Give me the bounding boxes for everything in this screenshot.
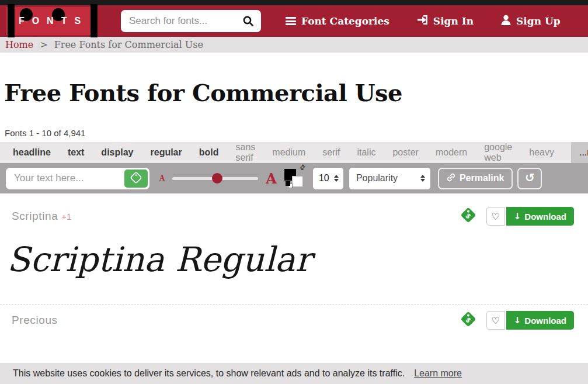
filter-tag-bold[interactable]: bold [199,147,219,158]
filter-tag-serif[interactable]: serif [322,147,340,158]
download-arrow-icon: ↓ [514,211,521,222]
search-bar [121,10,261,32]
breadcrumb-current: Free Fonts for Commercial Use [54,39,203,50]
font-list-item: Scriptina +1 $ ♡ [0,207,588,305]
learn-more-link[interactable]: Learn more [414,368,462,379]
download-button[interactable]: ↓ Download [506,311,574,330]
filter-tag-text[interactable]: text [68,147,84,158]
download-button[interactable]: ↓ Download [506,207,574,226]
results-count: Fonts 1 - 10 of 4,941 [5,128,588,138]
site-header: FONTS Font Categories Sign In [0,5,588,37]
filter-tag-poster[interactable]: poster [392,147,418,158]
favorite-button[interactable]: ♡ [486,311,505,330]
search-icon[interactable] [242,15,254,27]
font-item-header: Scriptina +1 $ ♡ [5,207,574,226]
sign-in-icon [417,15,428,27]
cookie-notice-bar: This website uses cookies to deliver its… [0,363,588,384]
fonts-per-page-value: 10 [319,173,329,184]
preview-text-group [6,168,149,189]
heart-icon: ♡ [492,211,500,222]
favorite-button[interactable]: ♡ [486,207,505,226]
filter-tag-sans-serif[interactable]: sans serif [236,142,256,163]
site-logo[interactable]: FONTS [6,7,93,35]
permalink-label: Permalink [460,173,504,184]
breadcrumb: Home > Free Fonts for Commercial Use [0,37,588,53]
breadcrumb-separator: > [40,39,47,50]
favorite-download-group: ♡ ↓ Download [486,207,574,226]
color-picker[interactable]: ⇄ [284,167,304,190]
tag-icon [130,171,142,186]
font-size-slider[interactable] [172,173,258,184]
filter-tag-regular[interactable]: regular [151,147,182,158]
font-item-header: Precious $ ♡ ↓ [5,311,574,330]
swap-colors-icon[interactable]: ⇄ [297,162,307,172]
menu-icon [286,16,296,27]
filter-tag-heavy[interactable]: heavy [529,147,554,158]
download-label: Download [524,212,566,222]
permalink-button[interactable]: Permalink [438,168,513,189]
header-nav: Font Categories Sign In Sign Up [286,15,561,27]
download-label: Download [524,316,566,326]
favorite-download-group: ♡ ↓ Download [486,311,574,330]
filter-tag-google-web[interactable]: google web [484,142,512,163]
slider-thumb[interactable] [212,173,222,184]
nav-sign-up-label: Sign Up [516,15,561,27]
sort-selected-value: Popularity [356,173,398,184]
nav-sign-in-label: Sign In [433,15,474,27]
preview-text-input[interactable] [8,172,124,184]
font-size-min-label: A [159,174,165,182]
nav-font-categories-label: Font Categories [301,15,389,27]
chevron-up-down-icon[interactable] [334,175,339,182]
font-name-link[interactable]: Precious [12,314,58,327]
top-strip [0,0,588,5]
heart-icon: ♡ [492,315,500,326]
reset-icon: ↺ [525,171,535,185]
main-content: Free Fonts for Commercial Use Fonts 1 - … [0,79,588,330]
font-name-link[interactable]: Scriptina [12,210,58,223]
default-colors-black[interactable] [286,181,290,186]
filter-tag-italic[interactable]: italic [357,147,375,158]
more-tags-button[interactable]: ...more [571,142,588,163]
filter-tag-modern[interactable]: modern [436,147,467,158]
filter-tag-bar: headline text display regular bold sans … [0,142,588,163]
breadcrumb-home-link[interactable]: Home [5,39,33,50]
download-arrow-icon: ↓ [514,315,521,326]
font-preview-text: Scriptina Regular [0,226,588,305]
apply-tag-button[interactable] [124,169,148,188]
reset-button[interactable]: ↺ [517,168,542,189]
filter-tag-medium[interactable]: medium [272,147,305,158]
filter-tag-headline[interactable]: headline [13,147,51,158]
font-size-max-label: A [266,170,277,187]
filter-tag-display[interactable]: display [101,147,133,158]
link-icon [447,173,455,184]
font-item-actions: $ ♡ ↓ Download [460,207,574,226]
preview-toolbar: A A ⇄ 10 Popularity [0,163,588,193]
cookie-message: This website uses cookies to deliver its… [13,368,405,379]
chevron-up-down-icon[interactable] [420,175,425,182]
user-icon [501,15,511,27]
fonts-per-page-stepper[interactable]: 10 [313,168,343,189]
font-list-item: Precious $ ♡ ↓ [0,311,588,330]
sort-select[interactable]: Popularity [349,168,430,189]
commercial-use-tag-icon[interactable]: $ [460,311,476,330]
nav-font-categories[interactable]: Font Categories [286,15,389,27]
font-item-actions: $ ♡ ↓ Download [460,311,574,330]
extra-styles-badge: +1 [61,212,71,222]
background-color-swatch[interactable] [292,176,303,187]
page-title: Free Fonts for Commercial Use [4,79,588,106]
nav-sign-in[interactable]: Sign In [417,15,474,27]
logo-text: FONTS [6,7,93,35]
nav-sign-up[interactable]: Sign Up [501,15,561,27]
search-input[interactable] [129,15,242,27]
commercial-use-tag-icon[interactable]: $ [460,207,476,226]
